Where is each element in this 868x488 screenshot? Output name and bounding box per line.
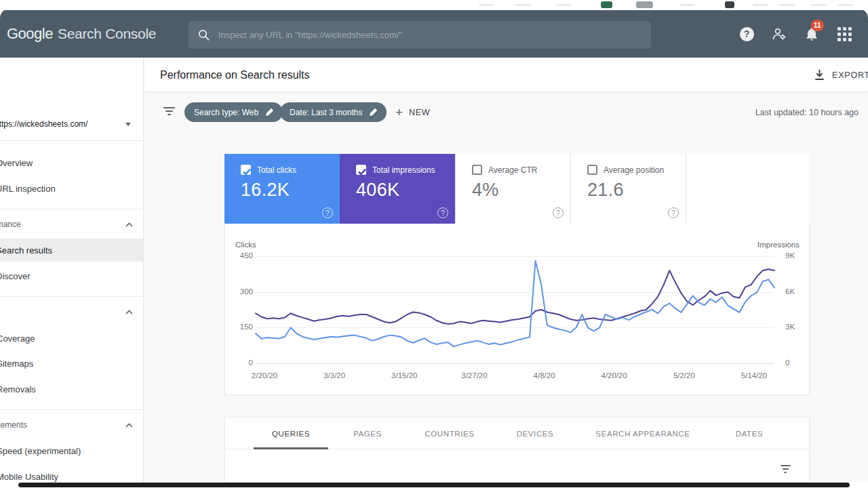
sidebar-item-label: URL inspection <box>0 184 56 194</box>
strip-dash <box>838 4 853 6</box>
x-tick-label: 3/27/20 <box>461 371 487 380</box>
checkbox-checked-icon[interactable] <box>241 165 251 175</box>
y-tick-right: 3K <box>785 323 795 331</box>
dimensions-table-card: QUERIES PAGES COUNTRIES DEVICES SEARCH A… <box>224 417 810 482</box>
export-label: EXPORT <box>832 70 868 80</box>
tab-queries[interactable]: QUERIES <box>254 418 328 449</box>
tab-pages[interactable]: PAGES <box>332 418 403 449</box>
apps-grid-button[interactable] <box>835 25 853 43</box>
help-circle-icon[interactable]: ? <box>553 207 564 218</box>
chip-label: Date: Last 3 months <box>290 108 362 117</box>
export-button[interactable]: EXPORT <box>814 58 868 92</box>
help-circle-icon[interactable]: ? <box>668 207 679 218</box>
sidebar: https://wickedsheets.com/ Overview URL i… <box>0 58 144 483</box>
tab-countries[interactable]: COUNTRIES <box>407 418 492 449</box>
strip-dash <box>753 4 768 6</box>
x-tick-label: 3/15/20 <box>391 371 417 380</box>
page-title: Performance on Search results <box>160 58 310 92</box>
help-circle-icon[interactable]: ? <box>322 207 333 218</box>
chart-plot-area[interactable] <box>256 256 774 363</box>
edit-pencil-icon <box>369 108 377 117</box>
logo-product: Search Console <box>58 26 156 42</box>
tab-dates[interactable]: DATES <box>711 418 787 449</box>
help-icon: ? <box>740 27 754 41</box>
strip-dash <box>780 4 795 6</box>
edit-pencil-icon <box>265 108 273 117</box>
sidebar-item-label: Search results <box>0 245 52 256</box>
x-tick-label: 5/14/20 <box>741 371 767 380</box>
sidebar-item-coverage[interactable]: Coverage <box>0 327 143 350</box>
browser-icon-fragment <box>636 1 653 8</box>
metric-label: Average position <box>604 165 664 175</box>
property-selector[interactable]: https://wickedsheets.com/ <box>0 113 143 136</box>
tab-search-appearance[interactable]: SEARCH APPEARANCE <box>578 418 708 449</box>
section-performance[interactable]: Performance <box>0 218 143 231</box>
cropped-browser-strip <box>0 0 868 9</box>
new-label: NEW <box>409 108 430 117</box>
sidebar-item-overview[interactable]: Overview <box>0 151 143 174</box>
metric-label: Total impressions <box>372 165 435 175</box>
app-logo[interactable]: Google Search Console <box>7 10 156 58</box>
filter-chip-search-type[interactable]: Search type: Web <box>184 102 283 122</box>
sidebar-item-mobile-usability[interactable]: Mobile Usability <box>0 465 143 483</box>
series-clicks-line <box>256 261 774 346</box>
divider <box>0 296 143 297</box>
sidebar-item-search-results[interactable]: Search results <box>0 239 143 262</box>
main-content: Performance on Search results EXPORT <box>144 58 868 483</box>
filter-chip-date[interactable]: Date: Last 3 months <box>280 102 387 122</box>
video-frame-bottom-bar <box>18 483 850 487</box>
tab-devices[interactable]: DEVICES <box>496 418 574 449</box>
sidebar-item-label: Mobile Usability <box>0 472 58 482</box>
strip-dash <box>515 4 530 6</box>
browser-icon-fragment <box>725 1 734 8</box>
strip-dash <box>680 4 695 6</box>
apps-grid-icon <box>837 27 852 41</box>
new-filter-button[interactable]: + NEW <box>395 102 430 122</box>
y-tick-left: 300 <box>234 287 253 296</box>
strip-dash <box>479 4 494 6</box>
metric-tile-total-clicks[interactable]: Total clicks 16.2K ? <box>224 154 340 224</box>
y-tick-left: 150 <box>234 323 253 331</box>
sidebar-item-label: Speed (experimental) <box>0 446 81 456</box>
sidebar-item-sitemaps[interactable]: Sitemaps <box>0 352 143 375</box>
section-label: Performance <box>0 220 21 229</box>
series-impressions-line <box>256 269 774 324</box>
checkbox-checked-icon[interactable] <box>356 165 366 175</box>
checkbox-unchecked-icon[interactable] <box>472 165 482 175</box>
table-filter-icon[interactable] <box>778 465 792 476</box>
help-button[interactable]: ? <box>738 25 755 43</box>
search-icon <box>198 29 210 41</box>
help-circle-icon[interactable]: ? <box>437 207 448 218</box>
sidebar-item-url-inspection[interactable]: URL inspection <box>0 177 143 200</box>
chip-label: Search type: Web <box>194 108 258 117</box>
section-enhancements[interactable]: Enhancements <box>0 418 143 432</box>
y-tick-right: 6K <box>785 287 795 296</box>
sidebar-item-speed[interactable]: Speed (experimental) <box>0 439 143 462</box>
checkbox-unchecked-icon[interactable] <box>587 165 597 175</box>
caret-down-icon <box>125 123 131 126</box>
sidebar-item-label: Removals <box>0 384 36 394</box>
y-tick-left: 0 <box>234 359 253 367</box>
app-header: Google Search Console ? <box>0 10 868 58</box>
metric-tile-average-ctr[interactable]: Average CTR 4% ? <box>455 154 570 224</box>
notifications-button[interactable]: 11 <box>803 25 821 43</box>
sidebar-item-removals[interactable]: Removals <box>0 378 143 401</box>
search-input[interactable] <box>218 30 642 40</box>
x-tick-label: 2/20/20 <box>252 371 277 380</box>
filter-icon[interactable] <box>162 107 176 118</box>
filter-bar: Search type: Web Date: Last 3 months + N… <box>144 92 868 140</box>
url-inspect-searchbox[interactable] <box>189 21 651 49</box>
performance-chart-card: Total clicks 16.2K ? Total impr <box>224 154 810 395</box>
sidebar-item-label: Discover <box>0 271 31 281</box>
property-url: https://wickedsheets.com/ <box>0 119 87 129</box>
y-tick-right: 9K <box>785 251 795 260</box>
metric-value: 16.2K <box>241 180 340 201</box>
section-index[interactable] <box>0 305 143 319</box>
sidebar-item-discover[interactable]: Discover <box>0 264 143 287</box>
metric-tile-average-position[interactable]: Average position 21.6 ? <box>570 154 686 224</box>
metric-value: 21.6 <box>587 180 686 201</box>
divider <box>0 140 143 141</box>
metric-tile-total-impressions[interactable]: Total impressions 406K ? <box>340 154 455 224</box>
user-settings-button[interactable] <box>770 25 788 43</box>
y-tick-left: 450 <box>234 251 253 260</box>
